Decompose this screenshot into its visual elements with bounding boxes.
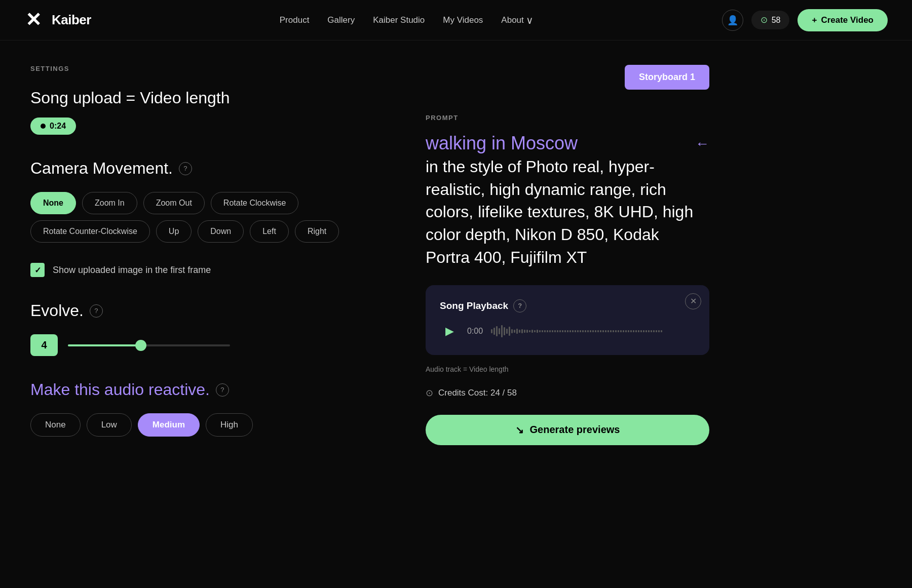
- user-avatar[interactable]: 👤: [722, 10, 743, 31]
- audio-help-icon[interactable]: ?: [216, 383, 229, 397]
- audio-option-medium[interactable]: Medium: [138, 413, 200, 437]
- song-playback-controls: ▶ 0:00: [440, 322, 695, 341]
- camera-option-zoom-out[interactable]: Zoom Out: [143, 192, 205, 214]
- audio-option-none[interactable]: None: [30, 413, 81, 437]
- close-playback-button[interactable]: ✕: [685, 293, 701, 309]
- song-time: 0:00: [467, 327, 483, 336]
- storyboard-button[interactable]: Storyboard 1: [625, 65, 709, 90]
- logo-text: Kaiber: [52, 12, 91, 28]
- waveform-bar: [633, 330, 634, 332]
- logo[interactable]: ✕ Kaiber: [24, 9, 91, 31]
- camera-option-up[interactable]: Up: [156, 220, 192, 243]
- waveform-bar: [615, 330, 617, 332]
- waveform-bar: [607, 330, 609, 332]
- waveform-bar: [506, 329, 508, 334]
- waveform-bar: [572, 330, 574, 332]
- back-arrow-icon[interactable]: ←: [695, 136, 709, 152]
- evolve-value: 4: [30, 334, 58, 356]
- waveform-bar: [630, 330, 632, 332]
- waveform-bar: [577, 330, 579, 332]
- waveform-bar: [597, 330, 599, 332]
- waveform-bar: [511, 329, 513, 333]
- waveform-bar: [628, 330, 629, 332]
- audio-option-low[interactable]: Low: [87, 413, 132, 437]
- camera-movement-title: Camera Movement. ?: [30, 159, 385, 178]
- nav-links: Product Gallery Kaiber Studio My Videos …: [280, 14, 534, 26]
- play-button[interactable]: ▶: [440, 322, 459, 341]
- waveform-bar: [564, 330, 566, 332]
- waveform-bar: [582, 330, 584, 332]
- credits-icon: ⊙: [761, 15, 768, 25]
- waveform-bar: [580, 330, 581, 332]
- camera-help-icon[interactable]: ?: [179, 162, 192, 175]
- show-uploaded-row: ✓ Show uploaded image in the first frame: [30, 263, 385, 277]
- waveform-bar: [519, 330, 520, 333]
- chevron-down-icon: ∨: [526, 14, 534, 26]
- waveform-bar: [526, 330, 528, 333]
- prompt-text: walking in Moscow in the style of Photo …: [426, 132, 709, 269]
- waveform-bar: [567, 330, 568, 332]
- slider-fill: [68, 344, 141, 346]
- camera-option-none[interactable]: None: [30, 192, 76, 214]
- waveform-bar: [638, 330, 639, 332]
- prompt-highlight: walking in Moscow: [426, 132, 695, 155]
- audio-reactive-title: Make this audio reactive. ?: [30, 380, 385, 399]
- waveform-bar: [592, 330, 594, 332]
- waveform-bar: [496, 326, 498, 336]
- waveform-bar: [534, 330, 536, 332]
- waveform-bar: [625, 330, 627, 332]
- nav-about[interactable]: About ∨: [501, 14, 533, 26]
- waveform-bar: [605, 330, 606, 332]
- camera-option-rotate-clockwise[interactable]: Rotate Clockwise: [211, 192, 299, 214]
- waveform-bar: [656, 330, 657, 332]
- evolve-help-icon[interactable]: ?: [90, 304, 103, 318]
- waveform-bar: [491, 329, 492, 333]
- create-video-button[interactable]: + Create Video: [797, 9, 888, 31]
- nav-product[interactable]: Product: [280, 15, 310, 25]
- waveform-bar: [547, 330, 548, 332]
- prompt-body: in the style of Photo real, hyper-realis…: [426, 155, 695, 269]
- waveform-bar: [516, 329, 518, 334]
- camera-option-down[interactable]: Down: [198, 220, 244, 243]
- generate-arrow-icon: ↘: [515, 424, 524, 436]
- waveform-bar: [618, 330, 619, 332]
- main-container: SETTINGS Song upload = Video length 0:24…: [0, 41, 912, 485]
- create-video-plus-icon: +: [812, 15, 817, 25]
- waveform-bar: [493, 328, 495, 335]
- camera-option-zoom-in[interactable]: Zoom In: [82, 192, 137, 214]
- show-uploaded-checkbox[interactable]: ✓: [30, 263, 45, 277]
- audio-options: None Low Medium High: [30, 413, 385, 437]
- evolve-slider[interactable]: [68, 344, 230, 346]
- credits-cost-label: Credits Cost: 24 / 58: [438, 388, 517, 398]
- camera-option-right[interactable]: Right: [295, 220, 339, 243]
- generate-previews-button[interactable]: ↘ Generate previews: [426, 415, 709, 445]
- waveform-bar: [557, 330, 558, 332]
- waveform-bar: [554, 330, 556, 332]
- waveform-bar: [539, 330, 541, 332]
- playback-help-icon[interactable]: ?: [513, 299, 526, 312]
- waveform-bar: [645, 330, 647, 332]
- camera-option-rotate-counter[interactable]: Rotate Counter-Clockwise: [30, 220, 150, 243]
- waveform-bar: [620, 330, 622, 332]
- nav-gallery[interactable]: Gallery: [327, 15, 355, 25]
- create-video-label: Create Video: [821, 15, 873, 25]
- camera-options: None Zoom In Zoom Out Rotate Clockwise R…: [30, 192, 385, 243]
- waveform-bar: [602, 330, 604, 332]
- waveform-bar: [544, 330, 546, 332]
- camera-option-left[interactable]: Left: [250, 220, 289, 243]
- waveform-bar: [569, 330, 571, 332]
- waveform-bar: [514, 330, 515, 333]
- waveform-bar: [585, 330, 586, 332]
- prompt-panel: Storyboard 1 PROMPT walking in Moscow in…: [426, 65, 709, 445]
- generate-label: Generate previews: [530, 424, 620, 436]
- slider-thumb[interactable]: [135, 340, 146, 351]
- waveform-bar: [509, 327, 510, 336]
- waveform-bar: [590, 330, 591, 332]
- nav-kaiber-studio[interactable]: Kaiber Studio: [373, 15, 425, 25]
- audio-option-high[interactable]: High: [206, 413, 253, 437]
- credits-badge[interactable]: ⊙ 58: [751, 11, 790, 29]
- audio-reactive-section: Make this audio reactive. ? None Low Med…: [30, 380, 385, 437]
- show-uploaded-label: Show uploaded image in the first frame: [53, 265, 211, 276]
- nav-my-videos[interactable]: My Videos: [443, 15, 483, 25]
- settings-panel: SETTINGS Song upload = Video length 0:24…: [30, 65, 426, 461]
